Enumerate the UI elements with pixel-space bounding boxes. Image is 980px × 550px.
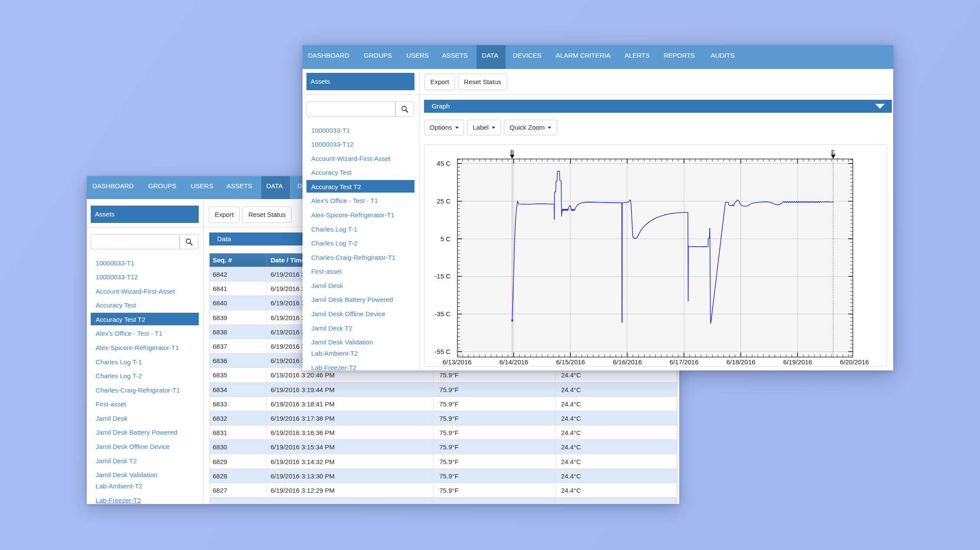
svg-text:B: B bbox=[510, 149, 514, 155]
svg-text:5 C: 5 C bbox=[441, 235, 451, 242]
svg-text:6/13/2016: 6/13/2016 bbox=[443, 358, 472, 365]
svg-text:6/19/2016: 6/19/2016 bbox=[783, 358, 812, 365]
svg-text:-15 C: -15 C bbox=[434, 272, 451, 280]
svg-text:6/14/2016: 6/14/2016 bbox=[499, 358, 528, 365]
svg-text:25 C: 25 C bbox=[437, 197, 451, 204]
svg-text:6/18/2016: 6/18/2016 bbox=[727, 358, 756, 365]
svg-text:-35 C: -35 C bbox=[434, 310, 451, 318]
svg-text:6/17/2016: 6/17/2016 bbox=[670, 358, 699, 365]
svg-text:6/15/2016: 6/15/2016 bbox=[556, 358, 585, 365]
svg-text:E: E bbox=[831, 149, 835, 155]
svg-text:6/16/2016: 6/16/2016 bbox=[613, 358, 642, 365]
svg-text:6/20/2016: 6/20/2016 bbox=[840, 358, 869, 365]
svg-text:-55 C: -55 C bbox=[434, 347, 451, 355]
svg-text:45 C: 45 C bbox=[437, 160, 451, 167]
